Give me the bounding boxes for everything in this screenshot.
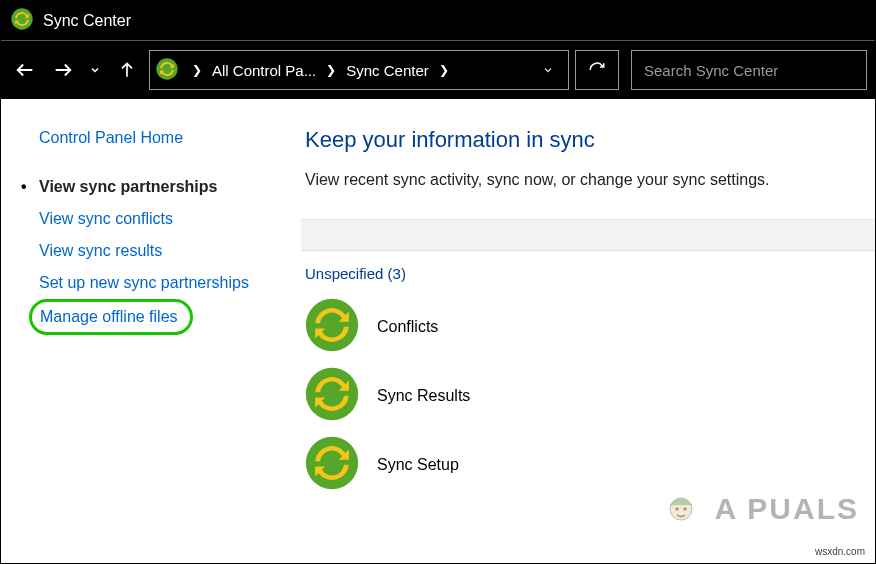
item-conflicts[interactable]: Conflicts	[305, 292, 855, 361]
refresh-button[interactable]	[575, 50, 619, 90]
breadcrumb-all-control-panel[interactable]: All Control Pa...	[212, 62, 316, 79]
titlebar: Sync Center	[1, 1, 875, 41]
up-button[interactable]	[111, 50, 143, 90]
control-panel-home-link[interactable]: Control Panel Home	[39, 129, 283, 147]
watermark-text: A PUALS	[714, 492, 859, 525]
search-input[interactable]	[644, 62, 854, 79]
back-button[interactable]	[9, 50, 41, 90]
sidebar-item-view-sync-results[interactable]: View sync results	[39, 235, 283, 267]
sync-center-icon	[11, 8, 33, 33]
sync-icon	[305, 367, 359, 424]
item-label: Conflicts	[377, 318, 438, 336]
page-subtitle: View recent sync activity, sync now, or …	[305, 171, 855, 189]
breadcrumb-sync-center[interactable]: Sync Center	[346, 62, 429, 79]
window-title: Sync Center	[43, 12, 131, 30]
sidebar: Control Panel Home View sync partnership…	[1, 99, 301, 563]
sidebar-item-set-up-new-sync-partnerships[interactable]: Set up new sync partnerships	[39, 267, 283, 299]
chevron-right-icon[interactable]: ❯	[186, 63, 208, 77]
page-heading: Keep your information in sync	[305, 127, 855, 153]
item-sync-setup[interactable]: Sync Setup	[305, 430, 855, 499]
sync-center-icon	[156, 58, 178, 83]
sidebar-item-view-sync-partnerships[interactable]: View sync partnerships	[39, 171, 283, 203]
sync-icon	[305, 298, 359, 355]
forward-button[interactable]	[47, 50, 79, 90]
watermark: A PUALS	[661, 491, 859, 531]
item-sync-results[interactable]: Sync Results	[305, 361, 855, 430]
recent-locations-dropdown[interactable]	[85, 50, 105, 90]
highlight-annotation: Manage offline files	[29, 299, 193, 335]
toolbar-band	[301, 219, 875, 251]
address-history-dropdown[interactable]	[534, 62, 562, 79]
sidebar-item-view-sync-conflicts[interactable]: View sync conflicts	[39, 203, 283, 235]
sidebar-item-manage-offline-files[interactable]: Manage offline files	[40, 306, 178, 328]
chevron-right-icon[interactable]: ❯	[320, 63, 342, 77]
watermark-mascot-icon	[661, 491, 701, 531]
toolbar: ❯ All Control Pa... ❯ Sync Center ❯	[1, 41, 875, 99]
address-bar[interactable]: ❯ All Control Pa... ❯ Sync Center ❯	[149, 50, 569, 90]
chevron-right-icon[interactable]: ❯	[433, 63, 455, 77]
group-header-unspecified[interactable]: Unspecified (3)	[305, 265, 855, 282]
svg-point-3	[676, 507, 679, 510]
source-mark: wsxdn.com	[815, 546, 865, 557]
item-label: Sync Results	[377, 387, 470, 405]
main-pane: Keep your information in sync View recen…	[301, 99, 875, 563]
item-label: Sync Setup	[377, 456, 459, 474]
search-box[interactable]	[631, 50, 867, 90]
svg-point-4	[684, 507, 687, 510]
sync-icon	[305, 436, 359, 493]
